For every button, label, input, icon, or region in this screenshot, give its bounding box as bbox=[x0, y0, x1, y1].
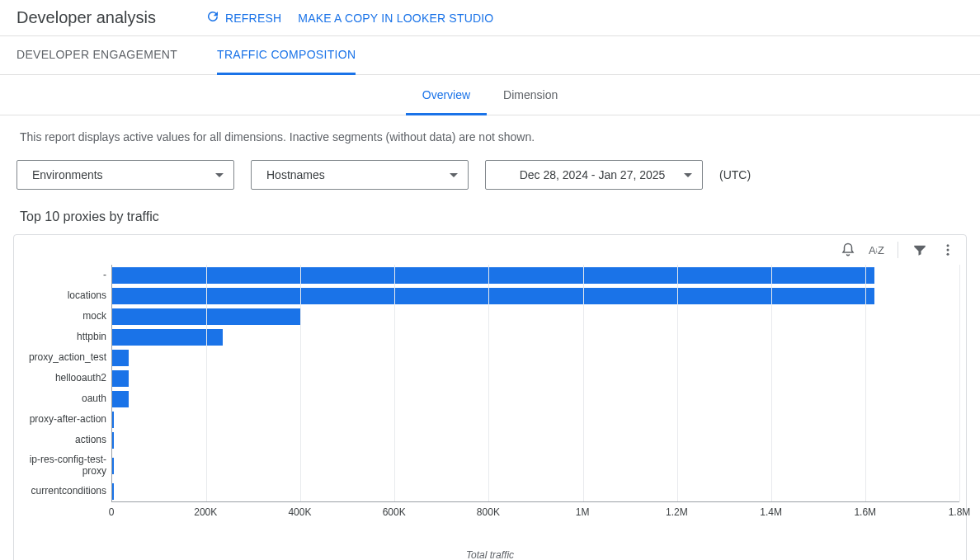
x-tick: 1.2M bbox=[666, 506, 688, 518]
x-tick: 800K bbox=[477, 506, 500, 518]
grid-line bbox=[583, 265, 584, 501]
hostnames-select[interactable]: Hostnames bbox=[251, 160, 469, 190]
chart-plot bbox=[111, 265, 959, 501]
bar-row bbox=[112, 409, 959, 430]
toolbar-divider bbox=[898, 242, 898, 258]
bar-row bbox=[112, 347, 959, 368]
bar-row bbox=[112, 265, 959, 285]
refresh-button[interactable]: REFRESH bbox=[205, 9, 281, 26]
bar[interactable] bbox=[112, 458, 114, 474]
grid-line bbox=[394, 265, 395, 501]
chevron-down-icon bbox=[215, 173, 224, 177]
grid-line bbox=[206, 265, 207, 501]
x-tick: 200K bbox=[194, 506, 217, 518]
grid-line bbox=[865, 265, 866, 501]
x-tick: 1.6M bbox=[854, 506, 876, 518]
timezone-label: (UTC) bbox=[719, 168, 751, 181]
svg-point-1 bbox=[947, 249, 949, 252]
x-axis-title: Total traffic bbox=[21, 549, 959, 560]
bar-row bbox=[112, 327, 959, 347]
bar-row bbox=[112, 450, 959, 481]
grid-line bbox=[771, 265, 772, 501]
y-axis-labels: -locationsmockhttpbinproxy_action_testhe… bbox=[21, 265, 111, 501]
sort-az-icon[interactable]: A↓Z bbox=[868, 242, 884, 258]
x-tick: 600K bbox=[383, 506, 406, 518]
primary-tabs: DEVELOPER ENGAGEMENT TRAFFIC COMPOSITION bbox=[0, 36, 980, 75]
y-label: hellooauth2 bbox=[21, 368, 111, 388]
tab-developer-engagement[interactable]: DEVELOPER ENGAGEMENT bbox=[16, 36, 177, 75]
filter-icon[interactable] bbox=[912, 242, 928, 258]
chart-toolbar: A↓Z bbox=[840, 242, 956, 258]
bar[interactable] bbox=[112, 391, 129, 407]
y-label: proxy_action_test bbox=[21, 347, 111, 368]
environments-select[interactable]: Environments bbox=[16, 160, 234, 190]
bar-row bbox=[112, 388, 959, 409]
make-a-copy-button[interactable]: MAKE A COPY IN LOOKER STUDIO bbox=[298, 12, 493, 25]
chart-title: Top 10 proxies by traffic bbox=[0, 190, 980, 229]
y-label: proxy-after-action bbox=[21, 409, 111, 430]
report-description: This report displays active values for a… bbox=[0, 115, 980, 144]
refresh-label: REFRESH bbox=[225, 12, 281, 25]
bar-row bbox=[112, 430, 959, 450]
y-label: ip-res-config-test-proxy bbox=[21, 450, 111, 481]
bar[interactable] bbox=[112, 288, 874, 304]
environments-label: Environments bbox=[32, 168, 103, 181]
x-tick: 0 bbox=[109, 506, 115, 518]
y-label: httpbin bbox=[21, 327, 111, 347]
refresh-icon bbox=[205, 9, 220, 26]
grid-line bbox=[959, 265, 960, 501]
bell-icon[interactable] bbox=[840, 242, 856, 258]
tab-traffic-composition[interactable]: TRAFFIC COMPOSITION bbox=[217, 36, 356, 75]
chevron-down-icon bbox=[684, 173, 692, 177]
secondary-tabs: Overview Dimension bbox=[0, 75, 980, 115]
bar[interactable] bbox=[112, 350, 129, 366]
y-label: currentconditions bbox=[21, 481, 111, 501]
svg-point-0 bbox=[947, 244, 949, 247]
bar-row bbox=[112, 306, 959, 327]
bar[interactable] bbox=[112, 370, 129, 387]
daterange-select[interactable]: Dec 28, 2024 - Jan 27, 2025 bbox=[485, 160, 703, 190]
y-label: locations bbox=[21, 285, 111, 306]
daterange-label: Dec 28, 2024 - Jan 27, 2025 bbox=[520, 168, 666, 181]
x-axis: 0200K400K600K800K1M1.2M1.4M1.6M1.8M bbox=[111, 501, 959, 528]
bar[interactable] bbox=[112, 267, 874, 284]
more-icon[interactable] bbox=[940, 242, 956, 258]
y-label: actions bbox=[21, 430, 111, 450]
subtab-dimension[interactable]: Dimension bbox=[487, 75, 574, 115]
x-tick: 1M bbox=[576, 506, 590, 518]
bar-row bbox=[112, 285, 959, 306]
page-title: Developer analysis bbox=[16, 8, 156, 27]
bar-row bbox=[112, 368, 959, 388]
bar-row bbox=[112, 481, 959, 501]
svg-point-2 bbox=[947, 253, 949, 256]
grid-line bbox=[677, 265, 678, 501]
chart-card: A↓Z -locationsmockhttpbinproxy_action_te… bbox=[13, 234, 967, 560]
y-label: oauth bbox=[21, 388, 111, 409]
grid-line bbox=[488, 265, 489, 501]
subtab-overview[interactable]: Overview bbox=[406, 75, 487, 115]
bar[interactable] bbox=[112, 412, 114, 428]
x-tick: 400K bbox=[288, 506, 311, 518]
x-tick: 1.8M bbox=[949, 506, 971, 518]
hostnames-label: Hostnames bbox=[266, 168, 325, 181]
chevron-down-icon bbox=[450, 173, 458, 177]
y-label: mock bbox=[21, 306, 111, 327]
bar[interactable] bbox=[112, 432, 114, 449]
x-tick: 1.4M bbox=[760, 506, 782, 518]
bar[interactable] bbox=[112, 483, 114, 500]
grid-line bbox=[300, 265, 301, 501]
y-label: - bbox=[21, 265, 111, 285]
